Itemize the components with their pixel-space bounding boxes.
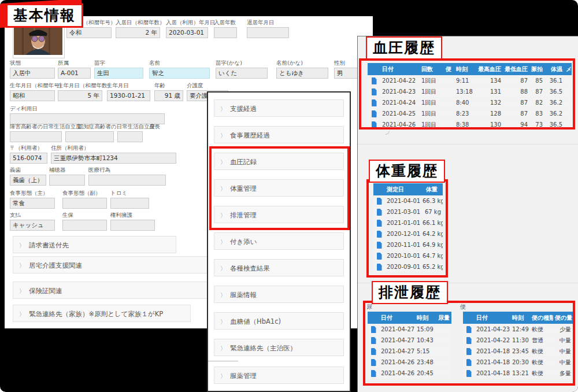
table-row[interactable]: 2021-03-0167 kg — [373, 207, 443, 217]
affiliation-input[interactable]: A-001 — [58, 68, 91, 79]
document-icon[interactable] — [466, 370, 472, 377]
chevron-right-icon: 〉 — [19, 242, 25, 249]
dementia-independence-input[interactable] — [65, 131, 114, 142]
document-icon[interactable] — [372, 121, 377, 128]
table-row[interactable]: 2021-04-275:15 — [368, 346, 451, 357]
status-input[interactable]: 入居中 — [10, 68, 55, 79]
table-row[interactable]: 2021-04-251回目8:23128878336.2 — [368, 109, 572, 119]
document-icon[interactable] — [466, 359, 472, 366]
meal-form-sub-input[interactable] — [62, 198, 107, 209]
field-payment: 支払キャッシュ — [10, 212, 55, 231]
document-icon[interactable] — [377, 209, 382, 216]
accordion-excretion-management[interactable]: 〉排泄管理 — [214, 206, 344, 223]
payment-input[interactable]: キャッシュ — [10, 220, 55, 231]
document-icon[interactable] — [377, 264, 382, 271]
accordion-attendance[interactable]: 〉付き添い — [214, 232, 344, 250]
document-icon[interactable] — [371, 359, 376, 366]
field-dementia-independence: 認知症高齢者の日常生活自立度 — [65, 123, 114, 142]
last-name-kana-input[interactable]: いくた — [216, 68, 268, 79]
document-icon[interactable] — [377, 198, 382, 205]
document-icon[interactable] — [372, 88, 377, 95]
table-row[interactable]: 2021-01-0166.1 kg — [373, 218, 443, 228]
table-row[interactable]: 2020-11-0164.9 kg — [373, 240, 443, 250]
chevron-right-icon: 〉 — [220, 345, 226, 352]
table-row[interactable]: 2020-12-0164.2 kg — [373, 229, 443, 239]
document-icon[interactable] — [372, 77, 377, 84]
last-name-input[interactable]: 生田 — [94, 68, 143, 79]
field-move-in-date: 入居（利用）年月日2020-03-01 — [166, 19, 208, 38]
table-row[interactable]: 2020-09-0165.2 kg — [373, 262, 443, 272]
table-row[interactable]: 2021-04-2211:30普通中量 — [463, 335, 573, 346]
document-icon[interactable] — [371, 337, 376, 344]
accordion-medication-management[interactable]: 〉服薬管理 — [214, 367, 344, 384]
rights-advocacy-input[interactable] — [110, 220, 155, 231]
field-birth-era: 生年月日（和暦年号）昭和 — [10, 82, 55, 101]
birth-era-year-input[interactable]: 5 年 — [58, 90, 102, 101]
document-icon[interactable] — [372, 99, 377, 106]
accordion-blood-pressure-record[interactable]: 〉血圧記録 — [214, 153, 344, 170]
accordion-medication-info[interactable]: 〉服薬情報 — [214, 286, 344, 303]
document-icon[interactable] — [371, 326, 376, 333]
accordion-emergency-contact-doctor[interactable]: 〉緊急連絡先（主治医） — [214, 339, 344, 356]
thickening-input[interactable] — [110, 198, 149, 209]
age-input[interactable]: 91 歳 — [154, 90, 183, 101]
medical-care-input[interactable] — [88, 175, 166, 186]
field-rights-advocacy: 権利擁護 — [110, 212, 155, 231]
table-row[interactable]: 2021-04-0166.3 kg — [373, 196, 443, 206]
document-icon[interactable] — [466, 337, 472, 344]
meal-form-main-input[interactable]: 常食 — [10, 198, 55, 209]
move-in-era-input[interactable]: 令和 — [66, 27, 112, 38]
table-row[interactable]: 2021-04-2620:45 — [368, 368, 451, 379]
chevron-right-icon: 〉 — [220, 186, 226, 192]
document-icon[interactable] — [371, 370, 376, 377]
field-hearing-aid: 補聴器 — [49, 167, 85, 186]
document-icon[interactable] — [466, 348, 472, 355]
table-row[interactable]: 2021-04-2623:48 — [368, 357, 451, 368]
table-row[interactable]: 2021-04-231回目13:18131888736.5 — [368, 87, 572, 97]
address-input[interactable]: 三重県伊勢市本町1234 — [51, 153, 176, 164]
accordion-test-results[interactable]: 〉各種検査結果 — [214, 259, 344, 276]
move-in-era-year-input[interactable]: 2 年 — [116, 27, 160, 38]
accordion-support-progress[interactable]: 〉支援経過 — [214, 99, 344, 117]
dentures-input[interactable]: 義歯（上） — [10, 175, 46, 186]
table-row[interactable]: 2020-10-0164.7 kg — [373, 251, 443, 261]
accordion-weight-management[interactable]: 〉体重管理 — [214, 179, 344, 197]
stool-section-label: 便 — [460, 303, 466, 311]
accordion-billing-address[interactable]: 〉請求書送付先 — [13, 236, 176, 253]
disability-independence-input[interactable] — [10, 131, 62, 142]
document-icon[interactable] — [377, 242, 382, 249]
document-icon[interactable] — [377, 220, 382, 227]
years-in-residence-input[interactable] — [214, 27, 237, 38]
welfare-input[interactable] — [62, 220, 107, 231]
first-name-kana-input[interactable]: ともゆき — [276, 68, 328, 79]
document-icon[interactable] — [466, 326, 472, 333]
table-row[interactable]: 2021-04-2715:09 — [368, 324, 451, 335]
document-icon[interactable] — [371, 348, 376, 355]
accordion-meal-history[interactable]: 〉食事履歴経過 — [214, 126, 344, 143]
document-icon[interactable] — [372, 110, 377, 117]
table-row[interactable]: 2021-04-1823:45軟便中量 — [463, 346, 573, 357]
birth-date-input[interactable]: 1930-01-21 — [107, 90, 150, 101]
table-row[interactable]: 2021-04-1820:30軟便中量 — [463, 357, 573, 368]
table-row[interactable]: 2021-04-241回目8:40132878236.2 — [368, 98, 572, 108]
table-row[interactable]: 2021-04-2312:49軟便少量 — [463, 324, 573, 335]
accordion-blood-sugar[interactable]: 〉血糖値（HbA1c) — [214, 312, 344, 330]
birth-era-input[interactable]: 昭和 — [10, 90, 55, 101]
table-row[interactable]: 2021-04-2710:43 — [368, 335, 451, 346]
move-out-date-input[interactable] — [247, 27, 289, 38]
table-row[interactable]: 2021-04-261回目8:38130947336.5 — [368, 120, 572, 130]
height-input[interactable] — [117, 131, 143, 142]
document-icon[interactable] — [377, 231, 382, 238]
field-meal-form-main: 食事形態（主）常食 — [10, 190, 55, 209]
first-name-input[interactable]: 智之 — [149, 68, 210, 79]
hearing-aid-input[interactable] — [49, 175, 85, 186]
table-row[interactable]: 2021-04-221回目9:11134878536.1 — [368, 76, 572, 86]
stool-table: 日付 時刻 便の種類 便の量 2021-04-2312:49軟便少量 2021-… — [463, 312, 573, 379]
field-height: 身長 — [117, 123, 143, 142]
resize-handle-icon[interactable]: 〉 — [383, 129, 394, 139]
table-row[interactable]: 2021-04-1813:21軟便多量 — [463, 368, 573, 379]
move-in-date-input[interactable]: 2020-03-01 — [166, 27, 208, 38]
postal-code-input[interactable]: 516-0074 — [10, 153, 47, 164]
document-icon[interactable] — [377, 253, 382, 260]
accordion-emergency-contact-family[interactable]: 〉緊急連絡先（家族）※原則として家族１がKP — [13, 305, 191, 322]
